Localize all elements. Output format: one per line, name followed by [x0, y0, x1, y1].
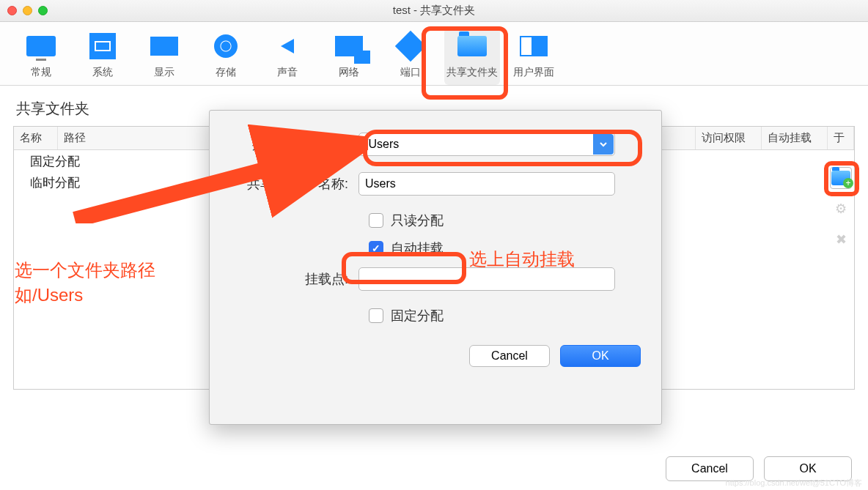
tab-label: 端口 [400, 66, 421, 79]
row-label: 固定分配 [14, 150, 87, 171]
col-at[interactable]: 于 [828, 127, 854, 149]
path-combobox[interactable]: /Users [358, 133, 615, 156]
remove-icon: ✖ [836, 231, 847, 248]
mountpoint-input[interactable] [358, 267, 615, 291]
tab-label: 常规 [31, 66, 51, 79]
name-input[interactable]: Users [358, 172, 615, 196]
automount-checkbox[interactable] [369, 241, 383, 256]
fixed-checkbox[interactable] [369, 308, 383, 323]
folder-icon [457, 36, 487, 56]
add-share-dialog: 共享文件夹路径: /Users 共享文件 名称: Users 只读分配 自动挂载… [209, 110, 662, 425]
tab-label: 显示 [154, 66, 174, 79]
tab-audio[interactable]: 声音 [260, 28, 315, 85]
monitor-icon [26, 36, 56, 56]
add-folder-button[interactable] [830, 167, 852, 189]
tab-label: 系统 [92, 66, 113, 79]
tab-ui[interactable]: 用户界面 [506, 28, 562, 85]
toolbar: 常规 系统 显示 存储 声音 网络 端口 共享文件夹 用户界面 [0, 22, 868, 86]
fixed-label: 固定分配 [391, 307, 444, 324]
tab-system[interactable]: 系统 [75, 28, 130, 85]
tab-shared-folders[interactable]: 共享文件夹 [444, 28, 500, 85]
dialog-ok-button[interactable]: OK [560, 345, 641, 367]
side-actions: ⚙ ✖ [830, 167, 852, 250]
tab-storage[interactable]: 存储 [198, 28, 254, 85]
port-icon [395, 31, 426, 62]
tab-label: 用户界面 [513, 66, 554, 79]
tab-general[interactable]: 常规 [13, 28, 69, 85]
tab-label: 共享文件夹 [446, 66, 498, 79]
ui-icon [520, 36, 548, 56]
folder-plus-icon [831, 171, 850, 185]
col-auto[interactable]: 自动挂载 [762, 127, 828, 149]
col-name[interactable]: 名称 [14, 127, 58, 149]
edit-folder-button: ⚙ [830, 198, 852, 220]
tab-label: 存储 [216, 66, 236, 79]
label-path: 共享文件夹路径: [230, 136, 358, 153]
watermark: https://blog.csdn.net/wei@51CTO博客 [726, 478, 862, 489]
chevron-down-icon[interactable] [593, 134, 614, 155]
window-title: test - 共享文件夹 [0, 4, 868, 18]
tab-display[interactable]: 显示 [136, 28, 192, 85]
path-value: /Users [365, 138, 399, 151]
tab-label: 声音 [277, 66, 298, 79]
label-name: 共享文件 名称: [230, 175, 358, 193]
network-icon [335, 36, 363, 56]
tab-network[interactable]: 网络 [321, 28, 377, 85]
speaker-icon [281, 39, 294, 53]
chip-icon [89, 33, 116, 59]
titlebar: test - 共享文件夹 [0, 0, 868, 22]
readonly-label: 只读分配 [391, 212, 444, 229]
readonly-checkbox[interactable] [369, 213, 383, 228]
gear-icon: ⚙ [835, 201, 847, 217]
col-perm[interactable]: 访问权限 [696, 127, 762, 149]
label-mountpoint: 挂载点: [230, 270, 358, 288]
tab-ports[interactable]: 端口 [383, 28, 438, 85]
disk-icon [214, 34, 238, 58]
automount-label: 自动挂载 [391, 240, 444, 257]
row-label: 临时分配 [14, 171, 87, 193]
dialog-cancel-button[interactable]: Cancel [469, 345, 550, 367]
tab-label: 网络 [339, 66, 359, 79]
name-value: Users [365, 177, 396, 190]
display-icon [150, 37, 178, 56]
remove-folder-button: ✖ [830, 229, 852, 250]
